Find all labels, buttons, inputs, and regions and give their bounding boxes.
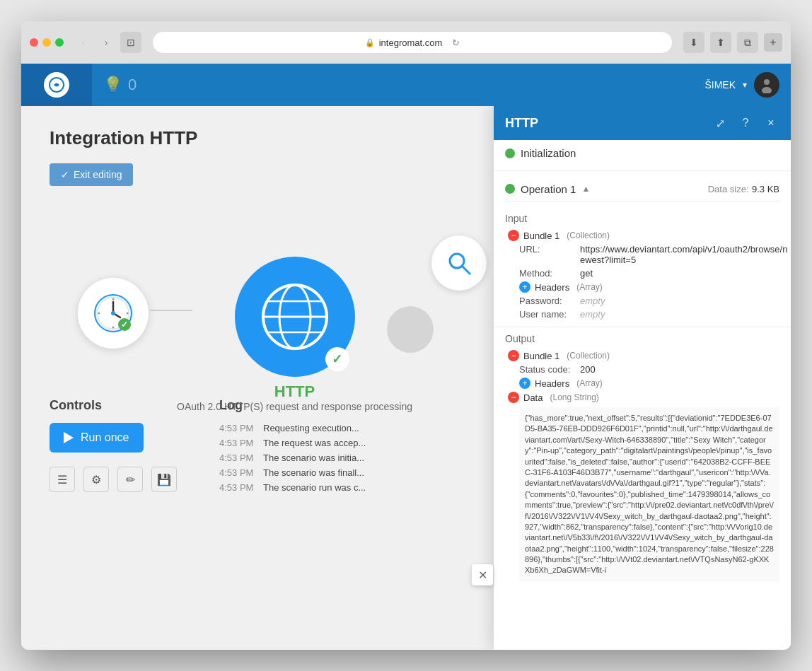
password-row: Password: empty [505,296,791,306]
run-once-button[interactable]: Run once [50,423,144,453]
magnifier-icon [446,250,472,276]
username-value: empty [580,309,605,320]
gear-icon: ⚙ [91,473,101,486]
initialization-label: Initialization [521,147,576,159]
http-panel: HTTP ⤢ ? × Initialization [494,106,791,650]
lightbulb-icon: 💡 [103,76,122,94]
output-bundle1-row: − Bundle 1 (Collection) [505,350,779,361]
hint-count: 0 [128,76,137,94]
operation-section: Operation 1 ▲ Data size: 9.3 KB [494,170,791,209]
close-overlay-button[interactable]: ✕ [472,564,493,585]
controls-panel: Controls Run once ☰ ⚙ [50,398,191,497]
input-section: Input − Bundle 1 (Collection) URL: https… [494,209,791,327]
bundle1-collapse-btn[interactable]: − [508,230,519,241]
data-size: Data size: 9.3 KB [708,182,779,195]
svg-line-21 [463,267,470,274]
globe-icon [260,281,330,352]
exit-editing-label: Exit editing [74,169,122,180]
log-time-4: 4:53 PM [219,467,255,478]
output-headers-row: + Headers (Array) [505,378,779,389]
output-bundle1-collapse-btn[interactable]: − [508,350,519,361]
svg-text:✓: ✓ [121,320,128,329]
input-bundle1-type: (Collection) [567,231,610,240]
output-headers-name: Headers [535,378,569,389]
lock-icon: 🔒 [365,38,375,47]
svg-point-11 [112,327,115,329]
refresh-button[interactable]: ↻ [452,37,460,48]
log-time-2: 4:53 PM [219,438,255,448]
reader-view-button[interactable]: ⊡ [120,32,141,53]
small-gray-node [387,306,434,353]
help-button[interactable]: ? [737,115,754,132]
forward-button[interactable]: › [98,34,115,51]
url-bar: 🔒 integromat.com ↻ [153,32,672,53]
maximize-traffic-light[interactable] [55,38,64,47]
input-headers-name: Headers [535,282,569,293]
search-node [431,235,487,291]
controls-title: Controls [50,398,191,413]
output-data-content: {"has_more":true,"next_offset":5,"result… [519,407,779,582]
traffic-lights [30,38,64,47]
back-button[interactable]: ‹ [75,34,92,51]
log-msg-3: The scenario was initia... [263,453,364,463]
app-layout: 💡 0 ŠIMEK ▾ Integration HTTP [21,64,791,650]
clock-node[interactable]: ✓ [78,278,149,349]
input-headers-type: (Array) [576,282,603,292]
log-msg-4: The scenario was finall... [263,467,364,478]
save-button[interactable]: 💾 [151,467,177,492]
output-data-row: − Data (Long String) [505,392,779,403]
password-value: empty [580,296,605,306]
new-tab-button[interactable]: + [764,33,782,52]
floppy-icon: 💾 [157,473,171,486]
output-data-collapse-btn[interactable]: − [508,392,519,403]
output-data-name: Data [523,392,543,403]
output-bundle1-name: Bundle 1 [523,351,559,361]
url-row: URL: https://www.deviantart.com/api/v1/o… [505,244,791,265]
url-label: URL: [519,244,576,255]
settings-button[interactable]: ⚙ [83,467,109,492]
minimize-traffic-light[interactable] [42,38,51,47]
http-node[interactable]: ✓ HTTP OAuth 2.0 HTTP(S) request and res… [177,257,412,412]
app-logo[interactable] [21,64,92,106]
tabs-button[interactable]: ⧉ [737,32,758,53]
panel-actions: ⤢ ? × [712,115,779,132]
status-code-label: Status code: [519,364,576,375]
close-panel-button[interactable]: × [762,115,779,132]
edit-button[interactable]: ✏ [117,467,143,492]
output-data-type: (Long String) [550,392,598,402]
log-time-5: 4:53 PM [219,482,255,493]
exit-editing-button[interactable]: ✓ Exit editing [50,163,133,186]
panel-body: Initialization Operation 1 ▲ Da [494,140,791,650]
output-label: Output [505,333,779,344]
input-bundle1-row: − Bundle 1 (Collection) [505,230,791,241]
input-label: Input [505,213,791,224]
clock-circle: ✓ [78,278,149,349]
share-button[interactable]: ⬆ [710,32,731,53]
log-time-3: 4:53 PM [219,453,255,463]
log-msg-1: Requesting execution... [263,423,359,433]
input-bundle1-name: Bundle 1 [523,231,559,241]
close-traffic-light[interactable] [30,38,38,47]
operation-name: Operation 1 [521,183,576,195]
username-label: User name: [519,309,576,320]
log-time-1: 4:53 PM [219,423,255,433]
pencil-icon: ✏ [126,473,135,486]
expand-panel-button[interactable]: ⤢ [712,115,729,132]
headers-expand-btn[interactable]: + [519,281,530,293]
browser-window: ‹ › ⊡ 🔒 integromat.com ↻ ⬇ ⬆ ⧉ + [21,21,791,650]
output-headers-type: (Array) [576,378,603,388]
checkmark-icon: ✓ [61,169,69,180]
http-check-badge: ✓ [325,347,349,371]
list-view-button[interactable]: ☰ [50,467,75,492]
output-section: Output − Bundle 1 (Collection) Status co… [494,327,791,588]
user-menu[interactable]: ŠIMEK ▾ [704,72,791,98]
download-button[interactable]: ⬇ [683,32,704,53]
log-msg-5: The scenario run was c... [263,482,366,493]
output-headers-expand-btn[interactable]: + [519,378,530,389]
username-row: User name: empty [505,309,791,320]
http-label: HTTP [177,383,412,401]
operation-left: Operation 1 ▲ [505,183,590,195]
list-icon: ☰ [57,473,67,486]
svg-point-10 [127,313,129,315]
output-bundle1-type: (Collection) [567,351,610,361]
